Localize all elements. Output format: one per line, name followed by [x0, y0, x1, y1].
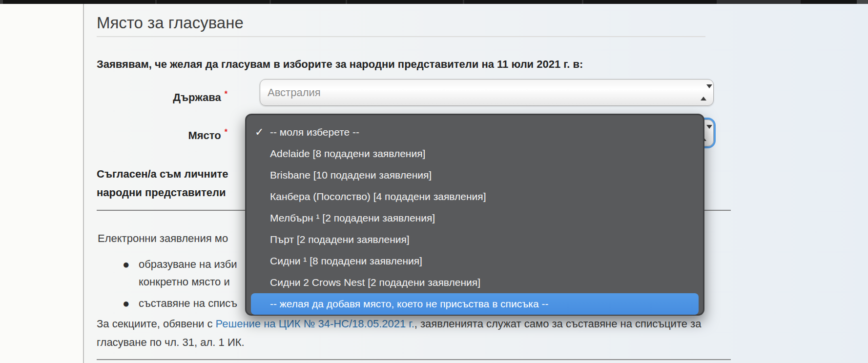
- place-label: Място*: [97, 128, 227, 142]
- dropdown-option[interactable]: Сидни ¹ [8 подадени заявления]: [247, 250, 703, 272]
- dropdown-option-label: Brisbane [10 подадени заявления]: [270, 169, 432, 181]
- dropdown-option[interactable]: ✓ -- моля изберете --: [247, 121, 703, 143]
- bullet-icon: ●: [123, 295, 130, 312]
- bullet-icon: ●: [123, 256, 130, 273]
- place-dropdown-menu: ✓ -- моля изберете -- Adelaide [8 подаде…: [245, 114, 704, 316]
- consent-line: Съгласен/а съм личните: [97, 165, 228, 183]
- dropdown-option-label: Сидни 2 Crows Nest [2 подадени заявления…: [270, 277, 480, 288]
- dropdown-option[interactable]: Сидни 2 Crows Nest [2 подадени заявления…: [247, 272, 703, 293]
- country-label: Държава*: [97, 90, 227, 104]
- dropdown-option-label: -- желая да добавя място, което не присъ…: [270, 298, 549, 309]
- dropdown-option[interactable]: Brisbane [10 подадени заявления]: [247, 164, 703, 186]
- country-label-text: Държава: [173, 91, 221, 103]
- dropdown-option-add-place[interactable]: -- желая да добавя място, което не присъ…: [251, 293, 699, 315]
- page: Място за гласуване Заявявам, че желая да…: [0, 0, 868, 363]
- country-select-value: Австралия: [268, 80, 321, 105]
- chrome-segment: [0, 0, 3, 4]
- chrome-segment: [717, 0, 801, 4]
- dropdown-option-label: Мелбърн ¹ [2 подадени заявления]: [270, 212, 435, 223]
- bullet-list: ● образуване на изби конкретно място и ●…: [123, 256, 237, 312]
- sections-note: За секциите, обявени с Решение на ЦИК № …: [97, 315, 709, 352]
- dropdown-option-label: Канбера (Посолство) [4 подадени заявлени…: [270, 191, 486, 202]
- intro-statement: Заявявам, че желая да гласувам в изборит…: [97, 58, 583, 71]
- chrome-segment: [463, 0, 464, 4]
- consent-text-fragment: Съгласен/а съм личните народни представи…: [97, 165, 228, 202]
- country-select[interactable]: Австралия: [260, 79, 714, 106]
- left-sidebar: [0, 4, 83, 363]
- list-item: ● образуване на изби конкретно място и: [123, 256, 237, 291]
- note-prefix: За секциите, обявени с: [97, 318, 216, 330]
- bottom-divider: [97, 359, 731, 360]
- dropdown-option-label: Adelaide [8 подадени заявления]: [270, 148, 425, 159]
- einfo-text-fragment: Електронни заявления мо: [98, 232, 228, 245]
- consent-line: народни представители: [97, 183, 228, 202]
- checkmark-icon: ✓: [255, 121, 264, 143]
- browser-chrome-bar: [0, 0, 868, 4]
- dropdown-option[interactable]: Пърт [2 подадени заявления]: [247, 229, 703, 250]
- dropdown-option-label: Пърт [2 подадени заявления]: [270, 234, 410, 245]
- required-asterisk: *: [225, 128, 227, 136]
- chrome-segment: [346, 0, 347, 4]
- title-divider: [97, 36, 705, 37]
- bullet-line: съставяне на списъ: [139, 295, 237, 312]
- bullet-line: конкретно място и: [139, 273, 237, 291]
- place-label-text: Място: [188, 129, 221, 141]
- stepper-icon: [701, 88, 707, 97]
- page-title: Място за гласуване: [97, 14, 244, 32]
- chrome-segment: [269, 0, 271, 4]
- list-item: ● съставяне на списъ: [123, 295, 237, 312]
- chrome-segment: [155, 0, 157, 4]
- bullet-line: образуване на изби: [139, 256, 237, 273]
- dropdown-option[interactable]: Adelaide [8 подадени заявления]: [247, 143, 703, 164]
- cik-decision-link[interactable]: Решение на ЦИК № 34-НС/18.05.2021 г.: [216, 318, 414, 330]
- sidebar-divider: [83, 4, 84, 363]
- chrome-segment: [582, 0, 583, 4]
- dropdown-option[interactable]: Канбера (Посолство) [4 подадени заявлени…: [247, 186, 703, 207]
- dropdown-option-label: Сидни ¹ [8 подадени заявления]: [270, 255, 422, 266]
- required-asterisk: *: [225, 90, 227, 98]
- chrome-segment: [857, 0, 868, 4]
- dropdown-option[interactable]: Мелбърн ¹ [2 подадени заявления]: [247, 207, 703, 229]
- dropdown-option-label: -- моля изберете --: [270, 126, 359, 138]
